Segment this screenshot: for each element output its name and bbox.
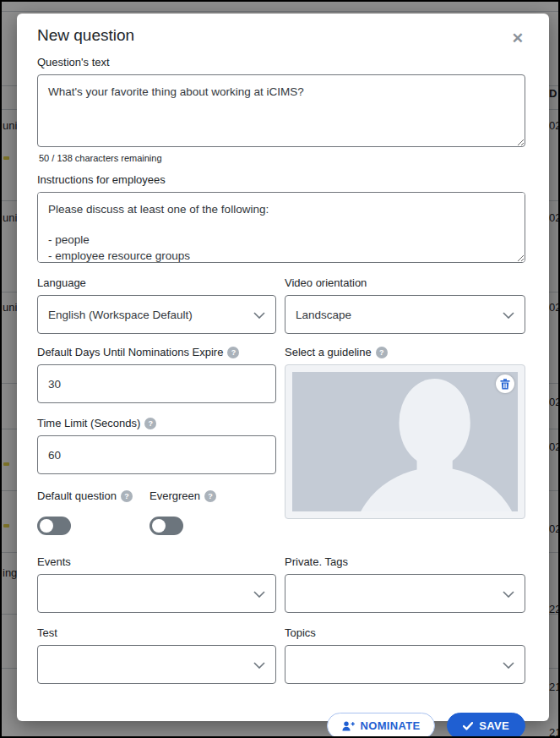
save-button[interactable]: SAVE [447, 713, 525, 738]
time-limit-input[interactable] [37, 435, 276, 474]
guideline-preview [285, 364, 525, 519]
save-button-label: SAVE [479, 719, 509, 732]
chevron-down-icon [253, 591, 265, 598]
language-label: Language [37, 276, 276, 289]
help-icon[interactable]: ? [121, 490, 133, 502]
events-select[interactable] [37, 574, 276, 613]
default-question-label: Default question [37, 489, 117, 502]
nominate-button[interactable]: NOMINATE [327, 713, 436, 738]
evergreen-label: Evergreen [150, 489, 200, 502]
test-select[interactable] [37, 645, 276, 684]
characters-remaining-text: 50 / 138 characters remaining [39, 153, 525, 163]
nominate-button-label: NOMINATE [361, 719, 421, 732]
trash-icon[interactable] [496, 374, 514, 393]
test-label: Test [37, 626, 276, 639]
video-orientation-select[interactable]: Landscape [285, 295, 525, 334]
video-orientation-label: Video orientation [285, 276, 525, 289]
chevron-down-icon [253, 662, 265, 669]
chevron-down-icon [503, 312, 514, 319]
default-days-label: Default Days Until Nominations Expire [37, 346, 223, 358]
modal-title: New question [37, 26, 134, 45]
events-label: Events [37, 555, 276, 568]
help-icon[interactable]: ? [227, 347, 239, 358]
instructions-label: Instructions for employees [37, 173, 525, 186]
private-tags-label: Private. Tags [285, 555, 525, 568]
chevron-down-icon [503, 662, 514, 669]
video-orientation-select-value: Landscape [296, 309, 351, 321]
person-plus-icon [342, 721, 355, 731]
person-silhouette-placeholder-image [292, 372, 518, 511]
language-select-value: English (Workspace Default) [48, 309, 193, 321]
help-icon[interactable]: ? [204, 490, 216, 502]
new-question-modal: New question ✕ Question's text What's yo… [17, 14, 549, 721]
default-days-input[interactable] [37, 364, 276, 403]
time-limit-label: Time Limit (Seconds) [37, 417, 140, 429]
default-question-toggle[interactable] [37, 517, 71, 535]
evergreen-toggle[interactable] [150, 517, 183, 535]
instructions-textarea[interactable]: Please discuss at least one of the follo… [37, 192, 525, 263]
close-icon[interactable]: ✕ [512, 26, 525, 46]
toggle-knob [152, 519, 166, 533]
question-text-label: Question's text [37, 56, 525, 68]
check-icon [463, 722, 473, 730]
help-icon[interactable]: ? [376, 347, 388, 358]
topics-select[interactable] [285, 645, 525, 684]
screenshot-root: Duniuniuniing020202020202222121 New ques… [0, 0, 560, 738]
question-text-textarea[interactable]: What's your favorite thing about working… [37, 74, 525, 147]
private-tags-select[interactable] [285, 574, 525, 613]
toggle-knob [40, 519, 53, 533]
language-select[interactable]: English (Workspace Default) [37, 295, 276, 334]
chevron-down-icon [253, 312, 265, 319]
chevron-down-icon [503, 591, 514, 598]
guideline-label: Select a guideline [285, 346, 372, 358]
topics-label: Topics [285, 626, 525, 639]
help-icon[interactable]: ? [144, 418, 156, 429]
